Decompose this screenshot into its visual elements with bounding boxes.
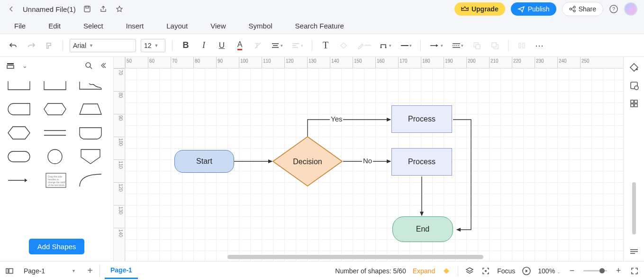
svg-rect-28 xyxy=(7,63,14,65)
align-v-button[interactable]: ▾ xyxy=(290,38,305,53)
ruler-horizontal: 5060708090100110120130140150160170180190… xyxy=(125,57,623,68)
fill-button[interactable] xyxy=(337,38,350,53)
menu-search[interactable]: Search Feature xyxy=(295,22,344,30)
expand-link[interactable]: Expand xyxy=(413,267,435,275)
canvas[interactable]: Start Decision Process Process End Yes N… xyxy=(125,68,623,261)
publish-button[interactable]: Publish xyxy=(511,2,556,16)
menu-file[interactable]: File xyxy=(14,22,26,30)
shape-arc[interactable] xyxy=(76,172,105,189)
present-icon[interactable] xyxy=(522,266,531,276)
italic-button[interactable]: I xyxy=(197,38,210,53)
svg-rect-0 xyxy=(84,6,90,12)
send-back-button[interactable] xyxy=(488,38,501,53)
underline-button[interactable]: U xyxy=(215,38,228,53)
distribute-button[interactable] xyxy=(515,38,528,53)
shape-rounded-flat[interactable] xyxy=(76,124,105,141)
library-icon[interactable] xyxy=(6,61,15,70)
save-icon[interactable] xyxy=(82,4,92,14)
shape-parallel-lines[interactable] xyxy=(41,124,69,141)
highlight-button[interactable] xyxy=(355,38,373,53)
grid-icon[interactable] xyxy=(629,99,639,108)
h-scrollbar[interactable] xyxy=(227,255,483,259)
theme-icon[interactable] xyxy=(629,63,639,72)
node-end[interactable]: End xyxy=(392,216,453,242)
collapse-lib-icon[interactable]: ⌄ xyxy=(20,61,29,70)
outline-icon[interactable] xyxy=(629,247,639,256)
svg-rect-29 xyxy=(7,65,14,68)
redo-button[interactable] xyxy=(25,38,38,53)
node-process-1[interactable]: Process xyxy=(391,105,452,133)
page-select[interactable]: Page-1▼ xyxy=(19,265,81,277)
arrow-style-button[interactable]: ▾ xyxy=(427,38,445,53)
zoom-out-button[interactable]: − xyxy=(567,266,577,276)
shape-arrow-line[interactable] xyxy=(5,172,33,189)
svg-line-31 xyxy=(90,67,92,69)
add-shapes-button[interactable]: Add Shapes xyxy=(29,239,85,254)
star-icon[interactable] xyxy=(115,4,124,14)
shape-circle[interactable] xyxy=(41,148,69,165)
back-icon[interactable] xyxy=(7,4,16,14)
page-tab-active[interactable]: Page-1 xyxy=(105,262,138,279)
share-button[interactable]: Share xyxy=(562,2,603,16)
v-scrollbar[interactable] xyxy=(632,182,636,234)
file-name[interactable]: Unnamed File(1) xyxy=(23,5,76,13)
line-style-button[interactable]: ▾ xyxy=(398,38,414,53)
upgrade-button[interactable]: Upgrade xyxy=(454,2,505,16)
shape-hex-wide[interactable] xyxy=(41,101,69,118)
focus-icon[interactable] xyxy=(481,266,490,276)
svg-text:of the text block.: of the text block. xyxy=(48,184,65,187)
shape-stadium-half[interactable] xyxy=(5,101,33,118)
node-decision[interactable]: Decision xyxy=(272,136,343,187)
zoom-slider[interactable] xyxy=(583,270,607,271)
menu-insert[interactable]: Insert xyxy=(126,22,144,30)
menu-symbol[interactable]: Symbol xyxy=(249,22,272,30)
svg-rect-23 xyxy=(476,45,480,49)
zoom-value[interactable]: 100% ⌄ xyxy=(538,267,561,275)
font-color-button[interactable]: A xyxy=(233,38,246,53)
spacing-button[interactable]: ▾ xyxy=(450,38,465,53)
node-start[interactable]: Start xyxy=(174,150,234,173)
help-icon[interactable]: ? xyxy=(609,4,618,14)
diamond-badge-icon[interactable] xyxy=(442,266,451,276)
shape-hexagon[interactable] xyxy=(5,124,33,141)
clear-format-button[interactable]: T xyxy=(251,38,264,53)
ruler-corner xyxy=(114,57,125,68)
shape-note[interactable]: Drag the sidehandles tochange the widtho… xyxy=(41,172,69,189)
layers-icon[interactable] xyxy=(465,266,474,276)
focus-label[interactable]: Focus xyxy=(497,267,515,275)
menu-layout[interactable]: Layout xyxy=(166,22,188,30)
collapse-panel-icon[interactable] xyxy=(98,61,108,70)
align-h-button[interactable]: ▾ xyxy=(269,38,285,53)
menu-select[interactable]: Select xyxy=(83,22,103,30)
fullscreen-icon[interactable] xyxy=(630,266,639,276)
add-page-button[interactable]: + xyxy=(85,266,95,276)
menu-edit[interactable]: Edit xyxy=(48,22,61,30)
svg-rect-50 xyxy=(631,100,634,103)
svg-point-16 xyxy=(385,47,387,48)
undo-button[interactable] xyxy=(7,38,20,53)
bold-button[interactable]: B xyxy=(179,38,192,53)
shape-stadium[interactable] xyxy=(5,148,33,165)
menu-bar: File Edit Select Insert Layout View Symb… xyxy=(0,18,644,34)
search-shapes-icon[interactable] xyxy=(84,61,93,70)
connector-style-button[interactable]: ▾ xyxy=(378,38,393,53)
shape-open-rect[interactable] xyxy=(5,77,33,94)
shape-trapezoid[interactable] xyxy=(76,101,105,118)
format-painter-button[interactable] xyxy=(43,38,56,53)
text-tool-button[interactable]: T xyxy=(319,38,332,53)
more-button[interactable]: ⋯ xyxy=(533,38,546,53)
avatar[interactable] xyxy=(624,2,637,16)
shape-pentagon-down[interactable] xyxy=(76,148,105,165)
export-icon[interactable] xyxy=(99,4,108,14)
shape-wave[interactable] xyxy=(76,77,105,94)
font-size-select[interactable]: 12▼ xyxy=(141,39,165,52)
shape-open-rect-2[interactable] xyxy=(41,77,69,94)
font-select[interactable]: Arial▼ xyxy=(70,39,136,52)
node-process-2[interactable]: Process xyxy=(391,148,452,176)
svg-text:Decision: Decision xyxy=(293,158,322,166)
pages-panel-icon[interactable] xyxy=(5,266,14,276)
settings-icon[interactable] xyxy=(629,81,639,90)
menu-view[interactable]: View xyxy=(210,22,226,30)
bring-front-button[interactable] xyxy=(470,38,483,53)
zoom-in-button[interactable]: + xyxy=(614,266,623,276)
